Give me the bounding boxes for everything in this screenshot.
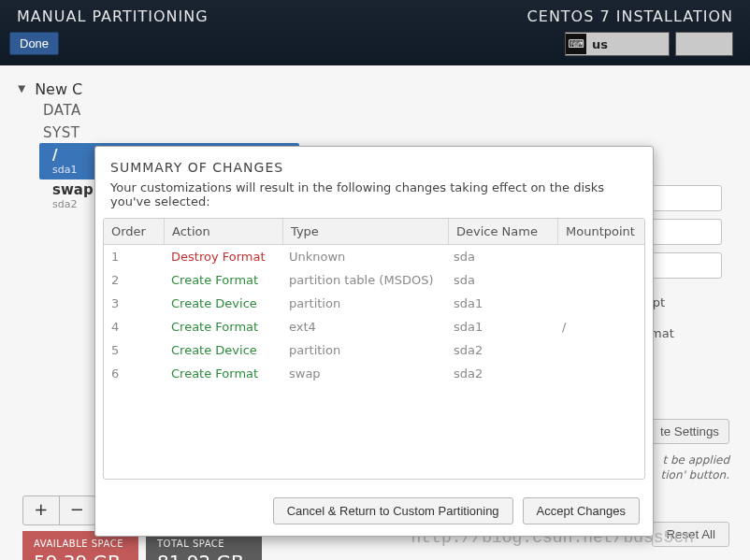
installer-title: CENTOS 7 INSTALLATION	[527, 7, 733, 25]
accept-changes-button[interactable]: Accept Changes	[523, 497, 640, 524]
chevron-down-icon: ▸	[14, 85, 32, 93]
keyboard-layout-empty[interactable]	[675, 32, 733, 56]
keyboard-layout-label: us	[592, 37, 608, 51]
cancel-button[interactable]: Cancel & Return to Custom Partitioning	[273, 497, 513, 524]
topbar: MANUAL PARTITIONING CENTOS 7 INSTALLATIO…	[0, 0, 750, 65]
dialog-subtitle: Your customizations will result in the f…	[95, 177, 653, 218]
expander-label: New C	[35, 80, 82, 98]
table-row[interactable]: 4Create Formatext4sda1/	[104, 315, 644, 338]
table-row[interactable]: 5Create Devicepartitionsda2	[104, 338, 644, 362]
col-mount[interactable]: Mountpoint	[558, 219, 645, 245]
install-expander[interactable]: ▸ New C	[19, 80, 299, 98]
keyboard-layout-selector[interactable]: ⌨ us	[565, 32, 670, 56]
done-button[interactable]: Done	[9, 32, 59, 55]
summary-of-changes-dialog: SUMMARY OF CHANGES Your customizations w…	[94, 146, 654, 537]
dialog-buttons: Cancel & Return to Custom Partitioning A…	[273, 497, 640, 524]
page-title: MANUAL PARTITIONING	[17, 7, 209, 25]
category-data: DATA	[19, 98, 299, 121]
body: ▸ New C DATA SYST / sda1 swap sda2 + − A…	[0, 65, 750, 560]
table-row[interactable]: 2Create Formatpartition table (MSDOS)sda	[104, 268, 644, 292]
table-header-row: Order Action Type Device Name Mountpoint	[104, 219, 644, 245]
table-row[interactable]: 3Create Devicepartitionsda1	[104, 292, 644, 315]
col-action[interactable]: Action	[165, 219, 283, 245]
keyboard-icon: ⌨	[566, 34, 586, 54]
dialog-title: SUMMARY OF CHANGES	[95, 147, 653, 177]
table-row[interactable]: 6Create Formatswapsda2	[104, 362, 644, 385]
col-device[interactable]: Device Name	[449, 219, 558, 245]
modal-overlay: SUMMARY OF CHANGES Your customizations w…	[0, 131, 750, 560]
col-type[interactable]: Type	[283, 219, 449, 245]
col-order[interactable]: Order	[104, 219, 165, 245]
table-row[interactable]: 1Destroy FormatUnknownsda	[104, 245, 644, 268]
changes-table: Order Action Type Device Name Mountpoint…	[103, 218, 645, 480]
